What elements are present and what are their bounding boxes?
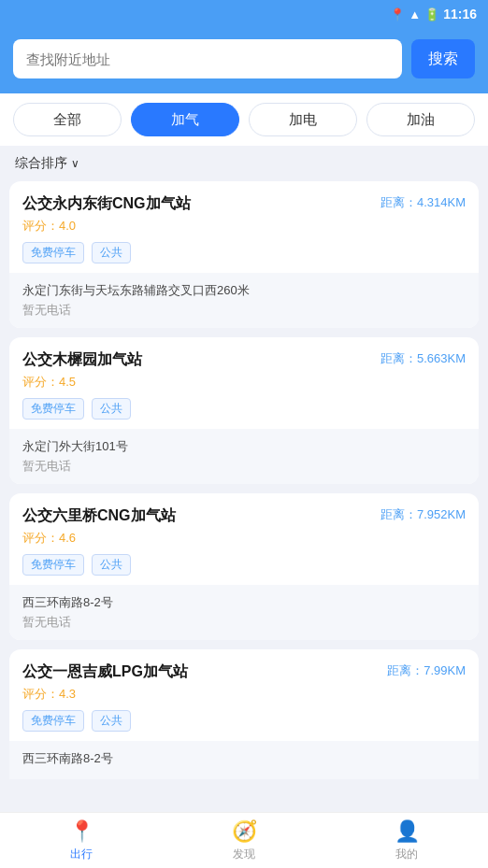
tag-free-parking-3: 免费停车 <box>22 554 84 576</box>
status-bar: 📍 ▲ 🔋 11:16 <box>0 0 488 28</box>
station-card-3[interactable]: 公交六里桥CNG加气站 距离：7.952KM 评分：4.6 免费停车 公共 西三… <box>9 493 479 640</box>
station-phone-1: 暂无电话 <box>22 302 466 319</box>
nav-label-travel: 出行 <box>70 847 93 862</box>
sort-bar[interactable]: 综合排序 ∨ <box>0 146 488 181</box>
station-tags-2: 免费停车 公共 <box>22 398 466 420</box>
station-address-block-1: 永定门东街与天坛东路辅路交叉口西260米 暂无电话 <box>9 273 479 328</box>
station-card-2[interactable]: 公交木樨园加气站 距离：5.663KM 评分：4.5 免费停车 公共 永定门外大… <box>9 337 479 484</box>
search-area: 搜索 <box>0 28 488 93</box>
status-icons: 📍 ▲ 🔋 11:16 <box>390 7 477 21</box>
station-phone-3: 暂无电话 <box>22 614 466 631</box>
search-row: 搜索 <box>13 39 475 78</box>
tab-all[interactable]: 全部 <box>13 103 122 136</box>
tab-electric[interactable]: 加电 <box>249 103 357 136</box>
bottom-nav: 📍 出行 🧭 发现 👤 我的 <box>0 812 488 868</box>
nav-label-discover: 发现 <box>233 847 255 862</box>
tag-free-parking-1: 免费停车 <box>22 242 84 263</box>
tag-public-3: 公共 <box>92 554 131 576</box>
station-main-2: 公交木樨园加气站 距离：5.663KM 评分：4.5 免费停车 公共 <box>9 337 479 429</box>
station-header-1: 公交永内东街CNG加气站 距离：4.314KM <box>22 194 466 214</box>
status-time: 11:16 <box>443 7 477 21</box>
station-main-4: 公交一恩吉威LPG加气站 距离：7.99KM 评分：4.3 免费停车 公共 <box>9 649 479 741</box>
battery-icon: 🔋 <box>424 7 439 21</box>
station-address-2: 永定门外大街101号 <box>22 438 466 455</box>
station-card[interactable]: 公交永内东街CNG加气站 距离：4.314KM 评分：4.0 免费停车 公共 永… <box>9 181 479 328</box>
station-address-block-4: 西三环南路8-2号 <box>9 741 479 779</box>
travel-icon: 📍 <box>69 819 94 844</box>
station-main-3: 公交六里桥CNG加气站 距离：7.952KM 评分：4.6 免费停车 公共 <box>9 493 479 585</box>
filter-tabs: 全部 加气 加电 加油 <box>0 93 488 146</box>
station-rating-2: 评分：4.5 <box>22 374 466 391</box>
station-tags-4: 免费停车 公共 <box>22 710 466 732</box>
tag-free-parking-4: 免费停车 <box>22 710 84 732</box>
station-address-3: 西三环南路8-2号 <box>22 594 466 611</box>
station-tags-1: 免费停车 公共 <box>22 242 466 263</box>
nav-item-profile[interactable]: 👤 我的 <box>325 813 488 868</box>
sort-arrow-icon: ∨ <box>71 157 79 170</box>
tag-free-parking-2: 免费停车 <box>22 398 84 420</box>
search-input[interactable] <box>13 39 402 78</box>
profile-icon: 👤 <box>395 819 420 844</box>
station-header-2: 公交木樨园加气站 距离：5.663KM <box>22 350 466 370</box>
search-button[interactable]: 搜索 <box>411 39 475 78</box>
station-distance-1: 距离：4.314KM <box>380 194 466 211</box>
station-name-4: 公交一恩吉威LPG加气站 <box>22 662 380 682</box>
wifi-icon: ▲ <box>409 7 421 21</box>
station-phone-2: 暂无电话 <box>22 458 466 475</box>
tab-gas[interactable]: 加气 <box>131 103 239 136</box>
tag-public-2: 公共 <box>92 398 131 420</box>
station-distance-4: 距离：7.99KM <box>387 662 466 679</box>
station-main-1: 公交永内东街CNG加气站 距离：4.314KM 评分：4.0 免费停车 公共 <box>9 181 479 273</box>
station-address-block-3: 西三环南路8-2号 暂无电话 <box>9 585 479 640</box>
station-card-4[interactable]: 公交一恩吉威LPG加气站 距离：7.99KM 评分：4.3 免费停车 公共 西三… <box>9 649 479 779</box>
station-rating-3: 评分：4.6 <box>22 530 466 547</box>
nav-item-discover[interactable]: 🧭 发现 <box>163 813 325 868</box>
nav-label-profile: 我的 <box>395 847 418 862</box>
station-name-3: 公交六里桥CNG加气站 <box>22 506 373 526</box>
station-address-1: 永定门东街与天坛东路辅路交叉口西260米 <box>22 282 466 299</box>
station-name-1: 公交永内东街CNG加气站 <box>22 194 373 214</box>
tag-public-1: 公共 <box>92 242 131 263</box>
nav-item-travel[interactable]: 📍 出行 <box>0 813 163 868</box>
station-tags-3: 免费停车 公共 <box>22 554 466 576</box>
station-name-2: 公交木樨园加气站 <box>22 350 373 370</box>
sort-label: 综合排序 <box>15 155 67 172</box>
station-address-block-2: 永定门外大街101号 暂无电话 <box>9 429 479 484</box>
station-distance-3: 距离：7.952KM <box>380 506 466 523</box>
tag-public-4: 公共 <box>92 710 131 732</box>
station-header-4: 公交一恩吉威LPG加气站 距离：7.99KM <box>22 662 466 682</box>
station-rating-4: 评分：4.3 <box>22 686 466 703</box>
station-address-4: 西三环南路8-2号 <box>22 750 466 767</box>
station-list: 公交永内东街CNG加气站 距离：4.314KM 评分：4.0 免费停车 公共 永… <box>0 181 488 845</box>
location-status-icon: 📍 <box>390 7 405 21</box>
tab-fuel[interactable]: 加油 <box>366 103 475 136</box>
station-rating-1: 评分：4.0 <box>22 218 466 235</box>
station-distance-2: 距离：5.663KM <box>380 350 466 367</box>
station-header-3: 公交六里桥CNG加气站 距离：7.952KM <box>22 506 466 526</box>
discover-icon: 🧭 <box>232 819 257 844</box>
